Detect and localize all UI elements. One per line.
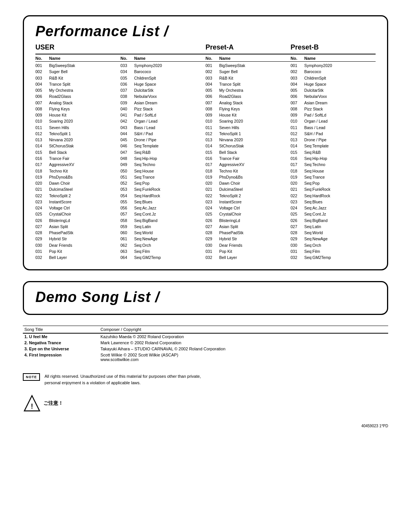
table-row: 040Pizz Stack: [121, 106, 206, 112]
table-row: 060Seq:World: [121, 230, 206, 236]
table-row: 028PhasePadStk: [35, 230, 121, 236]
list-item: 3. Eye on the UniverseTakayuki Aihara – …: [23, 346, 388, 352]
song-table: Song Title Composer / Copyright 1. U fee…: [23, 326, 388, 363]
table-row: 022Seq:HardRock: [291, 193, 376, 199]
table-row: 005My Orchestra: [35, 87, 121, 93]
table-row: 018Techno Kit: [35, 168, 121, 174]
table-row: 011Bass / Lead: [291, 125, 376, 131]
table-row: 029Hybrid Str: [206, 236, 291, 242]
col-header-composer: Composer / Copyright: [99, 326, 388, 333]
footer-ref: 40459023 1*PD: [23, 424, 388, 428]
table-row: 019PhsDyno&Bs: [35, 174, 121, 180]
user-column: 001BigSweepStak002Suger Bell003R&B Kit00…: [35, 62, 121, 261]
table-row: 004Trance Split: [206, 81, 291, 87]
table-row: 036Huge Space: [121, 81, 206, 87]
table-row: 014StChorusStak: [206, 143, 291, 149]
table-row: 006Road2Glass: [35, 93, 121, 99]
col-name-pa1: Name: [134, 56, 146, 61]
song-composer: Scott Wilkie © 2002 Scott Wilkie (ASCAP)…: [99, 352, 388, 363]
preset-b-label: Preset-B: [291, 43, 319, 51]
col-name-pb1: Name: [219, 56, 231, 61]
table-row: 026BlisteringLd: [206, 217, 291, 224]
table-row: 017AggressiveXV: [35, 161, 121, 168]
table-row: 013Drone / Pipe: [291, 137, 376, 143]
preset-a-col1: 033Symphony2020034Barococo035ChildrenSpl…: [121, 62, 206, 261]
list-item: 1. U feel MeKazuhiko Maeda © 2002 Roland…: [23, 333, 388, 340]
table-row: 031Pop Kit: [35, 248, 121, 254]
col-no-pa1: No.: [121, 56, 134, 61]
song-number-title: 3. Eye on the Universe: [23, 346, 99, 352]
table-row: 007Asian Dream: [291, 100, 376, 106]
song-composer: Kazuhiko Maeda © 2002 Roland Corporation: [99, 333, 388, 340]
table-row: 051Seq:Trance: [121, 174, 206, 180]
table-row: 010Soaring 2020: [35, 118, 121, 124]
table-row: 053Seq:FunkRock: [121, 186, 206, 192]
table-row: 047Seq:R&B: [121, 149, 206, 155]
table-row: 014StChorusStak: [35, 143, 121, 149]
table-row: 024Voltage Ctrl: [206, 205, 291, 211]
table-row: 002Barococo: [291, 69, 376, 75]
table-row: 023Seq:Blues: [291, 199, 376, 205]
table-row: 057Seq:Cont.Jz: [121, 211, 206, 217]
table-row: 028PhasePadStk: [206, 230, 291, 236]
table-row: 002Suger Bell: [206, 69, 291, 75]
table-row: 027Seq:Latin: [291, 224, 376, 230]
table-row: 001Symphony2020: [291, 62, 376, 69]
table-row: 017AggressiveXV: [206, 161, 291, 168]
table-row: 019Seq:Trance: [291, 174, 376, 180]
list-item: 2. Negativa TranceMark Lawrence © 2002 R…: [23, 340, 388, 346]
table-row: 018Seq:House: [291, 168, 376, 174]
table-row: 003R&B Kit: [206, 75, 291, 81]
table-row: 009House Kit: [206, 112, 291, 118]
table-row: 012S&H / Pad: [291, 131, 376, 137]
table-row: 054Seq:HardRock: [121, 193, 206, 199]
svg-text:!: !: [31, 403, 33, 410]
table-row: 014Seq:Template: [291, 143, 376, 149]
caution-section: ! ご注意！: [23, 394, 388, 412]
table-row: 024Seq:Ac.Jazz: [291, 205, 376, 211]
table-row: 032Bell Layer: [206, 254, 291, 260]
table-row: 016Trance Fair: [35, 155, 121, 161]
note-text: All rights reserved. Unauthorized use of…: [45, 373, 201, 387]
list-item: 4. First ImpressionScott Wilkie © 2002 S…: [23, 352, 388, 363]
song-number-title: 2. Negativa Trance: [23, 340, 99, 346]
table-row: 044S&H / Pad: [121, 131, 206, 137]
table-row: 059Seq:Latin: [121, 224, 206, 230]
caution-icon: !: [23, 394, 41, 412]
table-row: 029Hybrid Str: [35, 236, 121, 242]
table-row: 042Organ / Lead: [121, 118, 206, 124]
table-row: 006NebularVoxx: [291, 93, 376, 99]
table-row: 058Seq:BigBand: [121, 217, 206, 224]
table-row: 002Suger Bell: [35, 69, 121, 75]
table-row: 017Seq:Techno: [291, 161, 376, 168]
table-row: 012TeknoSplit 1: [206, 131, 291, 137]
table-row: 015Bell Stack: [35, 149, 121, 155]
table-row: 037DulcitarStk: [121, 87, 206, 93]
table-row: 005My Orchestra: [206, 87, 291, 93]
preset-b-col2: 001Symphony2020002Barococo003ChildrenSpl…: [291, 62, 376, 261]
table-row: 021Seq:FunkRock: [291, 186, 376, 192]
table-row: 061Seq:NewAge: [121, 236, 206, 242]
table-row: 050Seq:House: [121, 168, 206, 174]
table-row: 005DulcitarStk: [291, 87, 376, 93]
song-number-title: 1. U feel Me: [23, 333, 99, 340]
performance-title: Performance List /: [35, 23, 376, 40]
note-icon: NOTE: [23, 373, 40, 381]
user-section-label: USER: [35, 43, 54, 51]
table-row: 055Seq:Blues: [121, 199, 206, 205]
table-row: 048Seq:Hip-Hop: [121, 155, 206, 161]
table-row: 026Seq:BigBand: [291, 217, 376, 224]
table-row: 010Soaring 2020: [206, 118, 291, 124]
table-row: 022TeknoSplit 2: [35, 193, 121, 199]
table-row: 030Dear Friends: [206, 242, 291, 248]
table-row: 027Asian Split: [206, 224, 291, 230]
table-row: 018Techno Kit: [206, 168, 291, 174]
song-number-title: 4. First Impression: [23, 352, 99, 363]
table-row: 043Bass / Lead: [121, 125, 206, 131]
col-name-user: Name: [49, 56, 61, 61]
table-row: 019PhsDyno&Bs: [206, 174, 291, 180]
table-row: 039Asian Dream: [121, 100, 206, 106]
table-row: 027Asian Split: [35, 224, 121, 230]
table-row: 049Seq:Techno: [121, 161, 206, 168]
table-row: 030Seq:Orch: [291, 242, 376, 248]
